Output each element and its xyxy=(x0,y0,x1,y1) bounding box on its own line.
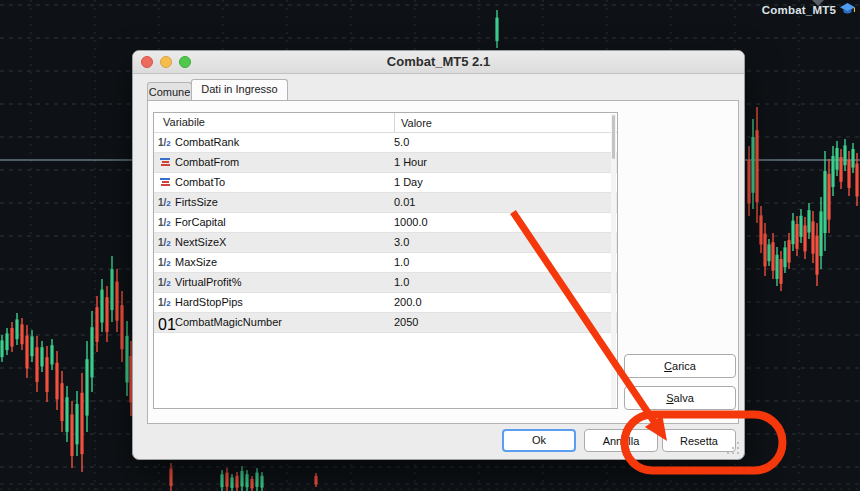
candle-body xyxy=(815,236,818,275)
param-value[interactable]: 1.0 xyxy=(394,273,409,293)
param-name: CombatFrom xyxy=(175,153,239,173)
candle-body xyxy=(30,336,33,356)
param-table-header: Variabile Valore xyxy=(154,113,617,133)
candle-body xyxy=(90,327,93,377)
candle-body xyxy=(225,473,228,487)
candle-body xyxy=(807,210,810,232)
candle-body xyxy=(35,347,38,382)
ea-settings-dialog: Combat_MT5 2.1 Comune Dati in Ingresso V… xyxy=(132,50,745,460)
candle-body xyxy=(783,247,786,267)
ok-button[interactable]: Ok xyxy=(502,429,576,452)
candle-body xyxy=(250,479,253,488)
ea-symbol-text: Combat_MT5 xyxy=(762,4,836,16)
param-value[interactable]: 0.01 xyxy=(394,193,415,213)
param-row[interactable]: 1/2NextSizeX3.0 xyxy=(154,233,617,253)
param-value[interactable]: 5.0 xyxy=(394,133,409,153)
candle-body xyxy=(60,383,63,421)
candle-body xyxy=(40,347,43,366)
tab-comune[interactable]: Comune xyxy=(147,82,192,100)
param-name: FirtsSize xyxy=(175,193,218,213)
param-row[interactable]: 1/2MaxSize1.0 xyxy=(154,253,617,273)
candle-body xyxy=(240,471,243,487)
param-name: CombatTo xyxy=(175,173,225,193)
param-value[interactable]: 2050 xyxy=(394,313,418,333)
param-value[interactable]: 1 Day xyxy=(394,173,423,193)
candle-body xyxy=(20,324,23,344)
candle-body xyxy=(120,305,123,349)
param-value[interactable]: 200.0 xyxy=(394,293,422,313)
resize-grip-icon[interactable] xyxy=(726,441,741,456)
column-header-valore[interactable]: Valore xyxy=(394,113,432,133)
enum-type-icon xyxy=(158,158,172,172)
param-row[interactable]: CombatFrom1 Hour xyxy=(154,153,617,173)
candle-body xyxy=(839,157,842,182)
candle-body xyxy=(245,474,248,487)
param-row[interactable]: 1/2CombatRank5.0 xyxy=(154,133,617,153)
candle-body xyxy=(75,404,78,444)
param-row[interactable]: 1/2VirtualProfit%1.0 xyxy=(154,273,617,293)
double-type-icon: 1/2 xyxy=(158,136,172,150)
ea-chart-label: Combat_MT5 xyxy=(762,2,856,17)
candle-body xyxy=(255,473,258,487)
param-name: CombatRank xyxy=(175,133,239,153)
param-name: VirtualProfit% xyxy=(175,273,241,293)
table-scrollbar[interactable] xyxy=(611,114,616,409)
candle-body xyxy=(235,476,238,488)
resetta-button[interactable]: Resetta xyxy=(662,429,736,452)
candle-body xyxy=(775,255,778,279)
annulla-button[interactable]: Annulla xyxy=(584,429,658,452)
param-row[interactable]: 1/2ForCapital1000.0 xyxy=(154,213,617,233)
candle-body xyxy=(755,130,758,202)
candle-body xyxy=(851,149,854,168)
candle-body xyxy=(169,469,172,486)
candle-body xyxy=(110,269,113,310)
candle-body xyxy=(835,148,838,170)
candle-body xyxy=(105,297,108,332)
candle-body xyxy=(823,171,826,233)
param-table-rows: 1/2CombatRank5.0CombatFrom1 HourCombatTo… xyxy=(154,133,617,333)
salva-button[interactable]: Salva xyxy=(624,386,736,410)
dialog-title: Combat_MT5 2.1 xyxy=(133,54,744,69)
param-value[interactable]: 3.0 xyxy=(394,233,409,253)
candle-body xyxy=(10,328,13,347)
param-value[interactable]: 1 Hour xyxy=(394,153,427,173)
candle-body xyxy=(811,221,814,253)
mt5-chart-window: Combat_MT5 Combat_MT5 2.1 Comune Dati in… xyxy=(0,0,860,491)
param-row[interactable]: 1/2HardStopPips200.0 xyxy=(154,293,617,313)
param-row[interactable]: CombatTo1 Day xyxy=(154,173,617,193)
candle-body xyxy=(847,160,850,188)
candle-body xyxy=(843,145,846,165)
candle-body xyxy=(855,164,858,197)
candle-body xyxy=(771,242,774,271)
candle-body xyxy=(767,244,770,261)
candle-body xyxy=(495,18,498,42)
candle-body xyxy=(759,215,762,244)
param-row[interactable]: 01CombatMagicNumber2050 xyxy=(154,313,617,333)
candle-body xyxy=(55,363,58,400)
candle-body xyxy=(65,397,68,432)
candle-body xyxy=(70,414,73,456)
candle-body xyxy=(314,476,317,485)
candle-body xyxy=(763,234,766,267)
param-value[interactable]: 1.0 xyxy=(394,253,409,273)
param-name: HardStopPips xyxy=(175,293,243,313)
candle-body xyxy=(779,259,782,284)
param-name: MaxSize xyxy=(175,253,217,273)
param-name: CombatMagicNumber xyxy=(175,313,282,333)
param-table: Variabile Valore 1/2CombatRank5.0CombatF… xyxy=(153,112,618,409)
column-header-variabile[interactable]: Variabile xyxy=(163,116,205,128)
candle-body xyxy=(25,336,28,369)
double-type-icon: 1/2 xyxy=(158,216,172,230)
candle-body xyxy=(5,333,8,350)
scrollbar-thumb[interactable] xyxy=(612,115,615,159)
candle-body xyxy=(50,345,53,364)
param-row[interactable]: 1/2FirtsSize0.01 xyxy=(154,193,617,213)
candle-body xyxy=(115,282,118,321)
salva-button-label: Salva xyxy=(625,387,735,409)
param-value[interactable]: 1000.0 xyxy=(394,213,428,233)
tab-dati-in-ingresso[interactable]: Dati in Ingresso xyxy=(191,79,288,100)
carica-button[interactable]: Carica xyxy=(624,354,736,378)
dialog-titlebar[interactable]: Combat_MT5 2.1 xyxy=(133,51,744,74)
candle-body xyxy=(260,476,263,488)
candle-body xyxy=(803,225,806,251)
